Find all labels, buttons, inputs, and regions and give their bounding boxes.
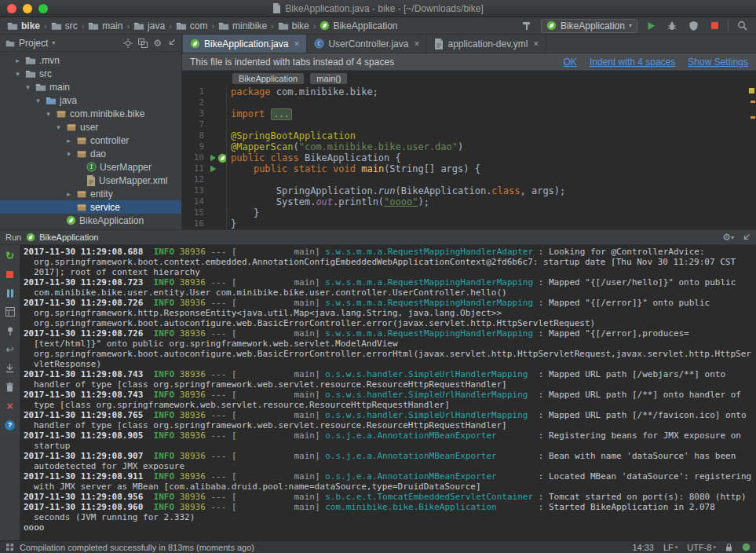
run-tab[interactable]: BikeApplication — [26, 233, 98, 242]
console-line: 2017-11-30 11:29:08.726 INFO 38936 --- [… — [24, 328, 753, 369]
stop-run-button[interactable] — [3, 268, 17, 280]
banner-indent-link[interactable]: Indent with 4 spaces — [590, 57, 675, 68]
stop-button[interactable] — [707, 19, 722, 33]
zoom-window-button[interactable] — [38, 4, 48, 13]
close-tab-icon[interactable]: × — [533, 38, 539, 49]
tree-item-dao[interactable]: ▾dao — [0, 147, 181, 160]
tree-item-java[interactable]: ▾java — [0, 93, 181, 107]
gutter-icons — [209, 97, 225, 108]
editor-tab[interactable]: application-dev.yml× — [427, 35, 546, 53]
breadcrumb-item[interactable]: java — [131, 20, 167, 31]
tree-item-service[interactable]: service — [0, 200, 181, 214]
coverage-button[interactable] — [685, 19, 701, 33]
breadcrumb-method[interactable]: main() — [310, 73, 347, 84]
hide-run-window-button[interactable] — [742, 233, 751, 242]
tree-item-usermapper-xml[interactable]: UserMapper.xml — [0, 174, 181, 187]
tree-item-bikeapplication[interactable]: BikeApplication — [0, 214, 181, 227]
tree-item-main[interactable]: ▾main — [0, 80, 181, 93]
code-line: 11 public static void main(String[] args… — [182, 163, 756, 174]
gutter-icons — [209, 119, 225, 130]
hide-project-window-button[interactable] — [167, 38, 176, 47]
chevron-down-icon[interactable]: ▾ — [64, 150, 73, 158]
restore-layout-button[interactable] — [3, 306, 17, 318]
minimize-window-button[interactable] — [23, 4, 32, 13]
hector-inspector-icon[interactable] — [742, 543, 751, 551]
code-text — [225, 119, 231, 130]
caret-position[interactable]: 14:33 — [632, 543, 654, 552]
tool-window-switcher-icon[interactable] — [5, 543, 14, 551]
breadcrumb-item[interactable]: BikeApplication — [317, 20, 400, 31]
breadcrumb-item[interactable]: main — [86, 20, 125, 31]
close-button[interactable]: × — [3, 400, 17, 412]
error-stripe-mark[interactable] — [751, 101, 755, 103]
editor-tab[interactable]: BikeApplication.java× — [183, 35, 307, 53]
encoding-select[interactable]: UTF-8▾ — [687, 543, 716, 552]
lock-icon[interactable] — [725, 543, 732, 551]
inspection-status-indicator[interactable] — [749, 88, 754, 93]
locate-file-button[interactable] — [123, 38, 133, 48]
tree-item-src[interactable]: ▾src — [0, 67, 181, 80]
tree-item-entity[interactable]: ▸entity — [0, 187, 181, 200]
banner-ok-link[interactable]: OK — [564, 57, 577, 68]
soft-wraps-button[interactable]: ↩ — [3, 343, 17, 356]
run-button[interactable] — [643, 19, 659, 33]
project-view-select[interactable]: Project ▾ — [5, 38, 55, 49]
run-config-select[interactable]: BikeApplication ▾ — [541, 19, 637, 33]
tree-item-controller[interactable]: ▸controller — [0, 134, 181, 147]
breadcrumb-item[interactable]: bike — [5, 20, 42, 31]
breadcrumb-item[interactable]: bike — [276, 20, 312, 31]
breadcrumb-label: BikeApplication — [333, 20, 397, 31]
java-file-icon — [272, 3, 281, 13]
editor-tab[interactable]: CUserController.java× — [307, 35, 427, 53]
run-settings-button[interactable]: ⚙▾ — [722, 232, 734, 243]
chevron-down-icon[interactable]: ▾ — [13, 70, 22, 78]
run-line-marker-icon[interactable] — [209, 154, 217, 162]
help-button[interactable]: ? — [3, 419, 17, 431]
breadcrumb-separator-icon: › — [126, 21, 130, 31]
debug-button[interactable] — [664, 19, 680, 33]
project-settings-button[interactable]: ⚙ — [153, 38, 162, 49]
chevron-down-icon[interactable]: ▾ — [34, 97, 42, 104]
tree-item-label: java — [60, 95, 77, 106]
run-line-marker-icon[interactable] — [209, 165, 217, 173]
scroll-to-end-button[interactable] — [3, 362, 17, 375]
pin-tab-button[interactable] — [3, 324, 17, 337]
chevron-down-icon[interactable]: ▾ — [44, 110, 53, 118]
breadcrumb-label: bike — [21, 20, 40, 31]
clear-all-button[interactable] — [3, 381, 17, 394]
close-tab-icon[interactable]: × — [414, 38, 419, 49]
code-line: 14 System.out.println("oooo"); — [182, 196, 756, 207]
code-text: import ... — [225, 108, 292, 119]
line-ending-select[interactable]: LF▾ — [663, 543, 677, 552]
breadcrumb-class[interactable]: BikeApplication — [232, 73, 304, 84]
breadcrumb-item[interactable]: minibike — [216, 20, 269, 31]
chevron-down-icon[interactable]: ▾ — [24, 83, 32, 91]
collapse-all-button[interactable] — [138, 38, 148, 48]
tree-item-user[interactable]: ▾user — [0, 120, 181, 134]
build-button[interactable] — [520, 19, 535, 33]
chevron-right-icon[interactable]: ▸ — [64, 137, 73, 145]
run-console[interactable]: 2017-11-30 11:29:08.688 INFO 38936 --- [… — [20, 245, 756, 540]
gutter-icons — [209, 130, 225, 141]
close-tab-icon[interactable]: × — [294, 38, 299, 49]
close-window-button[interactable] — [7, 4, 16, 13]
chevron-right-icon[interactable]: ▸ — [13, 57, 22, 64]
breadcrumb-separator-icon: › — [270, 21, 275, 31]
chevron-down-icon[interactable]: ▾ — [54, 123, 63, 131]
code-editor[interactable]: 1package com.minibike.bike;23import ...7… — [182, 86, 756, 229]
spring-icon[interactable] — [217, 153, 228, 163]
chevron-right-icon[interactable]: ▸ — [64, 190, 73, 198]
banner-show-settings-link[interactable]: Show Settings — [688, 57, 748, 68]
breadcrumb-item[interactable]: src — [49, 20, 80, 31]
tab-label: application-dev.yml — [447, 38, 528, 49]
tree-item-com-minibike-bike[interactable]: ▾com.minibike.bike — [0, 107, 181, 120]
error-stripe-mark[interactable] — [751, 116, 755, 119]
tree-item--mvn[interactable]: ▸.mvn — [0, 53, 181, 67]
console-line: 2017-11-30 11:29:08.743 INFO 38936 --- [… — [24, 369, 753, 390]
pause-output-button[interactable] — [3, 287, 17, 299]
rerun-button[interactable]: ↻ — [3, 249, 17, 262]
tree-item-usermapper[interactable]: IUserMapper — [0, 160, 181, 174]
line-number: 14 — [182, 196, 209, 207]
search-everywhere-button[interactable] — [734, 19, 750, 33]
breadcrumb-item[interactable]: com — [173, 20, 210, 31]
